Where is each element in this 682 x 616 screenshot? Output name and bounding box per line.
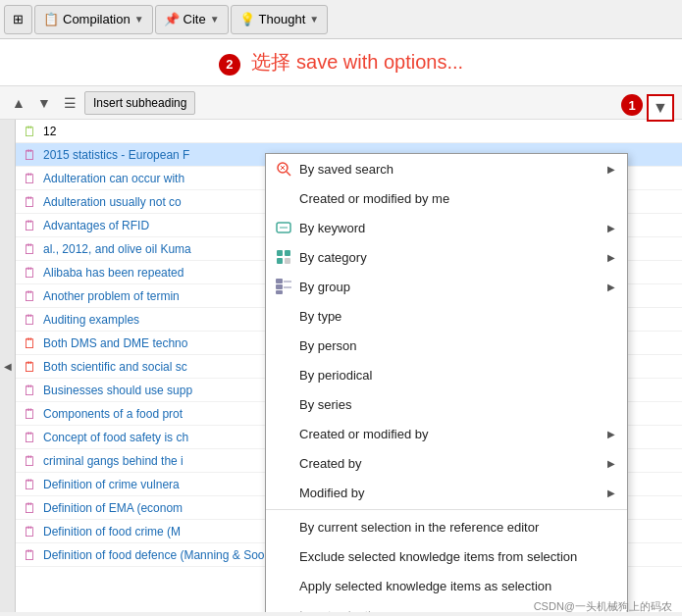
ref-icon: 🗒 <box>22 288 37 304</box>
dropdown-item-by-series[interactable]: By series <box>266 389 627 419</box>
dropdown-separator <box>266 509 627 510</box>
dropdown-item-icon <box>274 277 293 296</box>
compilation-button[interactable]: 📋 Compilation ▼ <box>34 5 153 34</box>
svg-rect-6 <box>277 258 283 264</box>
ref-icon: 🗒 <box>22 359 37 375</box>
move-up-button[interactable]: ▲ <box>8 92 29 114</box>
dropdown-item-created-by[interactable]: Created by▶ <box>266 448 627 478</box>
step2-badge: 2 <box>219 54 240 76</box>
list-area: ◀ 🗒12🗒2015 statistics - European F🗒Adult… <box>0 120 682 612</box>
svg-line-1 <box>287 172 290 176</box>
watermark: CSDN@一头机械狗上的码农 <box>534 599 672 614</box>
dropdown-item-label: By person <box>299 338 615 353</box>
dropdown-item-created-modified-by-me[interactable]: Created or modified by me <box>266 183 627 213</box>
dropdown-item-label: Apply selected knowledge items as select… <box>299 579 615 593</box>
dropdown-item-icon <box>274 576 293 595</box>
filter-icon: ▼ <box>653 99 668 117</box>
ref-text: Both DMS and DME techno <box>43 336 187 350</box>
insert-subheading-button[interactable]: Insert subheading <box>84 91 195 115</box>
ref-text: Auditing examples <box>43 313 139 327</box>
filter-dropdown: By saved search▶Created or modified by m… <box>265 153 628 612</box>
dropdown-item-label: By group <box>299 280 602 294</box>
ref-icon: 🗒 <box>22 312 37 328</box>
svg-rect-10 <box>276 290 283 294</box>
dropdown-item-label: Created or modified by <box>299 427 602 441</box>
main-area: 1 ▼ ▲ ▼ ☰ Insert subheading ◀ 🗒12🗒2015 s… <box>0 86 682 612</box>
thought-button[interactable]: 💡 Thought ▼ <box>231 5 329 34</box>
cite-icon: 📌 <box>164 12 180 26</box>
compilation-icon: 📋 <box>43 12 59 26</box>
ref-icon: 🗒 <box>22 453 37 469</box>
ref-text: criminal gangs behind the i <box>43 454 184 468</box>
dropdown-item-icon <box>274 159 293 179</box>
table-icon: ⊞ <box>13 12 24 26</box>
dropdown-item-label: Exclude selected knowledge items from se… <box>299 549 615 564</box>
up-arrow-icon: ▲ <box>12 95 26 111</box>
cite-button[interactable]: 📌 Cite ▼ <box>155 5 229 34</box>
dropdown-item-apply-selected[interactable]: Apply selected knowledge items as select… <box>266 571 627 600</box>
insert-subheading-label: Insert subheading <box>93 96 186 110</box>
ref-text: Adulteration can occur with <box>43 172 184 185</box>
collapse-arrow[interactable]: ◀ <box>0 120 16 612</box>
cite-label: Cite <box>184 12 206 26</box>
ref-icon: 🗒 <box>22 241 37 257</box>
dropdown-item-label: By periodical <box>299 368 615 383</box>
dropdown-item-icon <box>274 546 293 566</box>
ref-text: Definition of crime vulnera <box>43 478 180 491</box>
dropdown-item-created-modified-by[interactable]: Created or modified by▶ <box>266 419 627 448</box>
list-icon: ☰ <box>64 95 77 111</box>
svg-rect-8 <box>276 279 283 283</box>
dropdown-item-by-type[interactable]: By type <box>266 301 627 331</box>
dropdown-submenu-arrow: ▶ <box>607 164 615 175</box>
dropdown-item-exclude-selected[interactable]: Exclude selected knowledge items from se… <box>266 541 627 571</box>
svg-rect-9 <box>276 284 283 289</box>
list-item[interactable]: 🗒12 <box>16 120 682 143</box>
dropdown-item-by-keyword[interactable]: By keyword▶ <box>266 213 627 242</box>
dropdown-item-by-person[interactable]: By person <box>266 331 627 360</box>
dropdown-item-icon <box>274 365 293 385</box>
sub-toolbar: ▲ ▼ ☰ Insert subheading <box>0 86 682 120</box>
compilation-label: Compilation <box>63 12 131 26</box>
ref-text: 2015 statistics - European F <box>43 148 189 162</box>
dropdown-submenu-arrow: ▶ <box>607 429 615 439</box>
filter-button[interactable]: ▼ <box>647 94 674 122</box>
dropdown-item-icon <box>274 335 293 355</box>
dropdown-item-by-current-selection[interactable]: By current selection in the reference ed… <box>266 512 627 541</box>
dropdown-item-label: By keyword <box>299 221 602 235</box>
ref-icon: 🗒 <box>22 124 37 139</box>
dropdown-item-label: By saved search <box>299 162 602 177</box>
ref-icon: 🗒 <box>22 147 37 163</box>
ref-text: Alibaba has been repeated <box>43 266 184 280</box>
dropdown-submenu-arrow: ▶ <box>607 458 615 469</box>
ref-text: Definition of EMA (econom <box>43 501 183 515</box>
dropdown-submenu-arrow: ▶ <box>607 223 615 233</box>
dropdown-item-label: Created or modified by me <box>299 191 615 206</box>
ref-icon: 🗒 <box>22 171 37 186</box>
dropdown-item-by-periodical[interactable]: By periodical <box>266 360 627 389</box>
thought-dropdown-arrow: ▼ <box>309 14 319 25</box>
table-icon-btn[interactable]: ⊞ <box>4 5 32 34</box>
dropdown-item-label: By category <box>299 250 602 265</box>
dropdown-item-icon <box>274 218 293 237</box>
ref-icon: 🗒 <box>22 500 37 516</box>
dropdown-item-label: By type <box>299 309 615 324</box>
ref-icon: 🗒 <box>22 194 37 210</box>
dropdown-item-icon <box>274 306 293 326</box>
step1-badge: 1 <box>621 94 643 116</box>
dropdown-item-by-saved-search[interactable]: By saved search▶ <box>266 154 627 183</box>
dropdown-item-label: Created by <box>299 456 602 471</box>
ref-icon: 🗒 <box>22 335 37 351</box>
dropdown-item-label: By series <box>299 397 615 412</box>
dropdown-item-by-category[interactable]: By category▶ <box>266 242 627 272</box>
move-down-button[interactable]: ▼ <box>33 92 55 114</box>
dropdown-item-by-group[interactable]: By group▶ <box>266 272 627 301</box>
ref-text: Definition of food crime (M <box>43 525 181 539</box>
instruction-text: 选择 save with options... <box>251 51 463 73</box>
dropdown-item-label: By current selection in the reference ed… <box>299 520 615 535</box>
ref-text: Businesses should use supp <box>43 384 192 397</box>
dropdown-item-modified-by[interactable]: Modified by▶ <box>266 478 627 507</box>
ref-text: Another problem of termin <box>43 289 180 303</box>
list-icon-button[interactable]: ☰ <box>59 92 80 114</box>
ref-icon: 🗒 <box>22 547 37 563</box>
dropdown-submenu-arrow: ▶ <box>607 488 615 498</box>
